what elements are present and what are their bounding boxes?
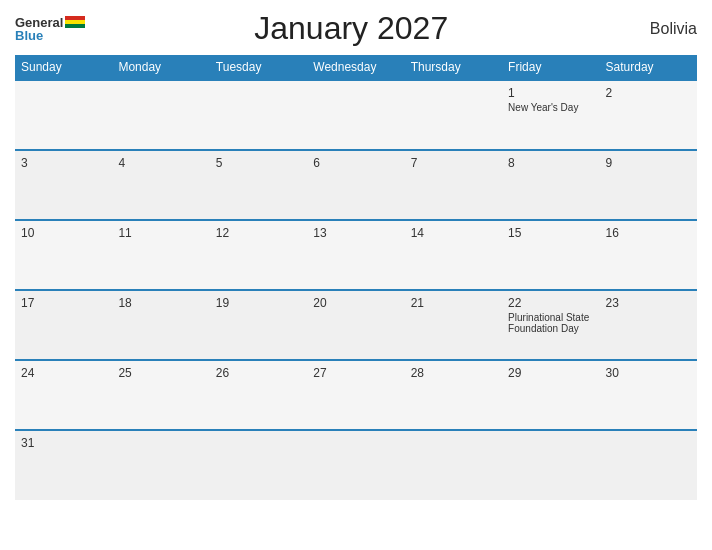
calendar-cell: 30 (600, 360, 697, 430)
calendar-cell: 4 (112, 150, 209, 220)
calendar-cell: 19 (210, 290, 307, 360)
day-number: 17 (21, 296, 106, 310)
day-number: 29 (508, 366, 593, 380)
day-number: 13 (313, 226, 398, 240)
calendar-cell: 1New Year's Day (502, 80, 599, 150)
day-number: 8 (508, 156, 593, 170)
col-sunday: Sunday (15, 55, 112, 80)
svg-rect-1 (65, 20, 85, 24)
day-number: 16 (606, 226, 691, 240)
holiday-name: New Year's Day (508, 102, 593, 113)
calendar-cell: 14 (405, 220, 502, 290)
holiday-name: Plurinational State Foundation Day (508, 312, 593, 334)
col-wednesday: Wednesday (307, 55, 404, 80)
calendar-cell: 31 (15, 430, 112, 500)
logo-flag-icon (65, 16, 85, 28)
calendar-cell: 3 (15, 150, 112, 220)
col-monday: Monday (112, 55, 209, 80)
calendar-cell (600, 430, 697, 500)
calendar-cell (502, 430, 599, 500)
day-number: 9 (606, 156, 691, 170)
country-name: Bolivia (617, 20, 697, 38)
calendar-cell: 13 (307, 220, 404, 290)
svg-rect-0 (65, 16, 85, 20)
day-number: 14 (411, 226, 496, 240)
calendar-body: 1New Year's Day2345678910111213141516171… (15, 80, 697, 500)
calendar-cell (112, 430, 209, 500)
calendar-cell (405, 80, 502, 150)
calendar-cell: 11 (112, 220, 209, 290)
calendar-cell: 28 (405, 360, 502, 430)
calendar-page: General Blue January 2027 Bolivia Sunday… (0, 0, 712, 550)
day-number: 15 (508, 226, 593, 240)
day-number: 28 (411, 366, 496, 380)
calendar-cell: 6 (307, 150, 404, 220)
calendar-cell: 21 (405, 290, 502, 360)
svg-rect-2 (65, 24, 85, 28)
calendar-cell: 5 (210, 150, 307, 220)
calendar-cell: 8 (502, 150, 599, 220)
day-number: 3 (21, 156, 106, 170)
col-tuesday: Tuesday (210, 55, 307, 80)
day-number: 4 (118, 156, 203, 170)
day-number: 30 (606, 366, 691, 380)
calendar-cell: 9 (600, 150, 697, 220)
calendar-cell (307, 80, 404, 150)
calendar-cell: 20 (307, 290, 404, 360)
calendar-title: January 2027 (85, 10, 617, 47)
calendar-row: 3456789 (15, 150, 697, 220)
day-number: 6 (313, 156, 398, 170)
calendar-table: Sunday Monday Tuesday Wednesday Thursday… (15, 55, 697, 500)
calendar-cell (405, 430, 502, 500)
calendar-cell: 7 (405, 150, 502, 220)
calendar-cell: 26 (210, 360, 307, 430)
day-number: 31 (21, 436, 106, 450)
calendar-cell (15, 80, 112, 150)
day-number: 22 (508, 296, 593, 310)
calendar-row: 1New Year's Day2 (15, 80, 697, 150)
calendar-cell: 24 (15, 360, 112, 430)
col-saturday: Saturday (600, 55, 697, 80)
day-number: 12 (216, 226, 301, 240)
day-number: 26 (216, 366, 301, 380)
calendar-row: 31 (15, 430, 697, 500)
day-number: 2 (606, 86, 691, 100)
calendar-cell: 29 (502, 360, 599, 430)
calendar-cell: 16 (600, 220, 697, 290)
calendar-cell: 15 (502, 220, 599, 290)
calendar-cell: 23 (600, 290, 697, 360)
day-number: 27 (313, 366, 398, 380)
calendar-cell: 18 (112, 290, 209, 360)
day-number: 23 (606, 296, 691, 310)
days-header-row: Sunday Monday Tuesday Wednesday Thursday… (15, 55, 697, 80)
day-number: 11 (118, 226, 203, 240)
calendar-cell: 2 (600, 80, 697, 150)
calendar-cell: 17 (15, 290, 112, 360)
logo-blue-text: Blue (15, 29, 43, 42)
header: General Blue January 2027 Bolivia (15, 10, 697, 47)
calendar-cell: 25 (112, 360, 209, 430)
day-number: 24 (21, 366, 106, 380)
calendar-row: 24252627282930 (15, 360, 697, 430)
day-number: 18 (118, 296, 203, 310)
logo-general-text: General (15, 16, 63, 29)
day-number: 10 (21, 226, 106, 240)
calendar-header: Sunday Monday Tuesday Wednesday Thursday… (15, 55, 697, 80)
calendar-cell (112, 80, 209, 150)
calendar-cell: 22Plurinational State Foundation Day (502, 290, 599, 360)
day-number: 25 (118, 366, 203, 380)
calendar-row: 171819202122Plurinational State Foundati… (15, 290, 697, 360)
calendar-cell: 27 (307, 360, 404, 430)
calendar-cell: 10 (15, 220, 112, 290)
day-number: 20 (313, 296, 398, 310)
day-number: 19 (216, 296, 301, 310)
col-thursday: Thursday (405, 55, 502, 80)
calendar-cell (210, 80, 307, 150)
calendar-cell: 12 (210, 220, 307, 290)
day-number: 21 (411, 296, 496, 310)
day-number: 1 (508, 86, 593, 100)
day-number: 5 (216, 156, 301, 170)
day-number: 7 (411, 156, 496, 170)
calendar-row: 10111213141516 (15, 220, 697, 290)
col-friday: Friday (502, 55, 599, 80)
